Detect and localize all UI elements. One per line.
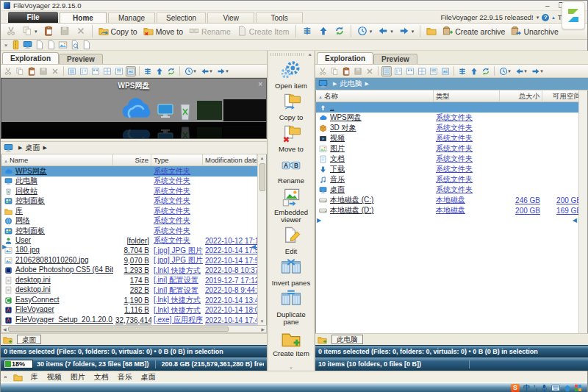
quickbar-close-icon[interactable]: × <box>4 374 7 380</box>
paste-icon[interactable] <box>341 66 351 76</box>
view4-icon[interactable] <box>417 66 427 76</box>
table-row[interactable]: FileVoyager_Setup_20.1.20.0_Full.exe 32,… <box>1 316 257 326</box>
view5-icon[interactable] <box>429 66 439 76</box>
release-announcement[interactable]: FileVoyager 22.9.15 released! <box>440 13 533 21</box>
quickbar-item[interactable]: 音乐 <box>118 372 132 382</box>
view-carousel-icon[interactable] <box>440 66 451 76</box>
command-strip-close-icon[interactable]: × <box>308 51 314 58</box>
create-archive-button[interactable]: Create archive <box>440 25 507 38</box>
create-item-button[interactable]: Create Item <box>234 25 292 38</box>
copy-to-button[interactable]: Copy to <box>96 25 140 38</box>
tab-home[interactable]: Home <box>60 12 107 23</box>
delete-button[interactable] <box>74 25 88 38</box>
table-row[interactable]: 3D 对象 系统文件夹 <box>316 123 578 133</box>
column-header-size[interactable]: Size <box>113 154 151 165</box>
breadcrumb-segment[interactable]: 此电脑 <box>340 79 362 89</box>
colsort-icon[interactable] <box>457 66 467 76</box>
forward-button[interactable]: ▾ <box>397 25 417 38</box>
edit-button[interactable]: Edit <box>268 227 314 255</box>
table-row[interactable]: 下载 系统文件夹 <box>316 164 578 174</box>
cut-button[interactable] <box>4 25 18 38</box>
history-icon[interactable]: ▾ <box>498 66 512 76</box>
rename-button[interactable]: Rename <box>187 25 233 38</box>
copy-button[interactable]: ▾ <box>20 25 40 38</box>
column-header-name[interactable]: ▲名称 <box>316 90 434 101</box>
pane-tab-exploration[interactable]: Exploration <box>317 52 373 64</box>
image-small-icon[interactable] <box>58 40 68 49</box>
quickbar-item[interactable]: 图片 <box>71 372 85 382</box>
monitor-icon[interactable] <box>23 40 32 49</box>
copy-icon[interactable] <box>329 66 340 76</box>
table-row[interactable]: 图片 系统文件夹 <box>316 143 578 154</box>
view1-icon[interactable] <box>381 66 392 76</box>
rename-button[interactable]: AB Rename <box>268 156 314 185</box>
view5-icon[interactable] <box>114 66 124 76</box>
command-strip-expand-icon[interactable]: ⌄ <box>289 364 293 371</box>
page-icon[interactable] <box>46 40 56 49</box>
tab-file[interactable]: File <box>8 12 58 23</box>
cut-icon[interactable] <box>3 66 13 76</box>
view3-icon[interactable] <box>405 66 415 76</box>
forward-icon[interactable]: ▾ <box>530 66 545 76</box>
open-item-button[interactable]: Open item <box>268 61 314 90</box>
tab-view[interactable]: View <box>207 12 254 23</box>
refresh-icon[interactable] <box>166 66 176 76</box>
column-header-date[interactable]: Modification date <box>203 154 257 165</box>
release-caret-icon[interactable]: ▾ <box>537 15 539 21</box>
table-row[interactable]: 控制面板 系统文件夹 <box>1 226 257 236</box>
ime-keyboard-icon[interactable] <box>551 385 560 391</box>
ime-language-mode[interactable]: 中 <box>523 384 530 392</box>
table-row[interactable]: 网络 系统文件夹 <box>1 216 257 227</box>
cut-icon[interactable] <box>318 66 328 76</box>
duplicate-pane-button[interactable]: Duplicate pane <box>268 290 314 326</box>
table-row[interactable]: WPS网盘 系统文件夹 <box>316 113 578 123</box>
quickbar-item[interactable]: 文档 <box>94 372 109 382</box>
page-search-icon[interactable] <box>70 40 79 49</box>
table-row[interactable]: 音乐 系统文件夹 <box>316 174 578 185</box>
column-header-totalsize[interactable]: 总大小 <box>500 90 542 101</box>
view2-icon[interactable] <box>393 66 404 76</box>
sogou-ime-icon[interactable]: S <box>511 384 520 392</box>
table-row[interactable]: 视频 系统文件夹 <box>316 133 578 143</box>
table-row[interactable]: 控制面板 系统文件夹 <box>1 196 257 207</box>
copy-to-button[interactable]: Copy to <box>268 93 314 121</box>
pane-tab-exploration[interactable]: Exploration <box>2 52 59 64</box>
colsort-button[interactable] <box>300 25 315 38</box>
table-row[interactable]: 180.jpg 8,704 B [.jpg] JPG 图片... 2022-10… <box>1 246 257 256</box>
quickbar-item[interactable]: 库 <box>31 372 38 382</box>
back-button[interactable]: ▾ <box>376 25 395 38</box>
pane-tab-preview[interactable]: Preview <box>59 54 103 64</box>
folder-tab[interactable]: 桌面 <box>17 335 41 344</box>
view2-icon[interactable] <box>79 66 89 76</box>
forward-icon[interactable]: ▾ <box>215 66 230 76</box>
history-button[interactable]: ▾ <box>355 25 375 38</box>
paste-button[interactable] <box>41 25 56 38</box>
folderopen-button[interactable] <box>424 25 439 38</box>
left-collapse-icon[interactable]: ▶ <box>2 243 7 250</box>
table-row[interactable]: 本地磁盘 (C:) 本地磁盘 246 GB 200 GB <box>316 195 578 205</box>
invert-panes-button[interactable]: Invert panes <box>268 258 314 287</box>
save-icon[interactable] <box>353 66 363 76</box>
table-row[interactable]: 文档 系统文件夹 <box>316 154 578 164</box>
viewer-strip-close-icon[interactable]: × <box>3 42 9 49</box>
table-row[interactable]: 库 系统文件夹 <box>1 206 257 216</box>
table-row[interactable]: Adobe Photoshop CS5 (64 Bit) 1,293 B [.l… <box>1 266 257 276</box>
table-row[interactable]: 210628081010260.jpg 9,070 B [.jpg] JPG 图… <box>1 256 257 266</box>
column-header-type[interactable]: 类型 <box>434 90 500 101</box>
table-row[interactable]: WPS网盘 系统文件夹 <box>1 166 257 177</box>
right-collapse-icon[interactable]: ▶ <box>317 217 321 224</box>
ime-skin-icon[interactable] <box>564 385 571 392</box>
left-horizontal-scrollbar[interactable]: ◀▶ <box>1 325 267 333</box>
tab-manage[interactable]: Manage <box>108 12 155 23</box>
help-icon[interactable]: ? <box>542 14 549 21</box>
table-row[interactable]: desktop.ini 282 B [.ini] 配置设置 2022-10-8 … <box>1 285 257 296</box>
view3-icon[interactable] <box>90 66 101 76</box>
right-collapse-icon[interactable]: ◀ <box>573 217 577 224</box>
minimize-button[interactable]: – <box>545 1 550 10</box>
table-row[interactable]: User [folder] 系统文件夹 2022-10-12 17:1... <box>1 236 257 246</box>
delete-icon[interactable] <box>50 66 60 76</box>
libraries-folder-icon[interactable] <box>13 372 23 382</box>
column-header-type[interactable]: Type <box>151 154 203 165</box>
table-row[interactable]: 此电脑 系统文件夹 <box>1 177 257 187</box>
tab-tools[interactable]: Tools <box>256 12 303 23</box>
